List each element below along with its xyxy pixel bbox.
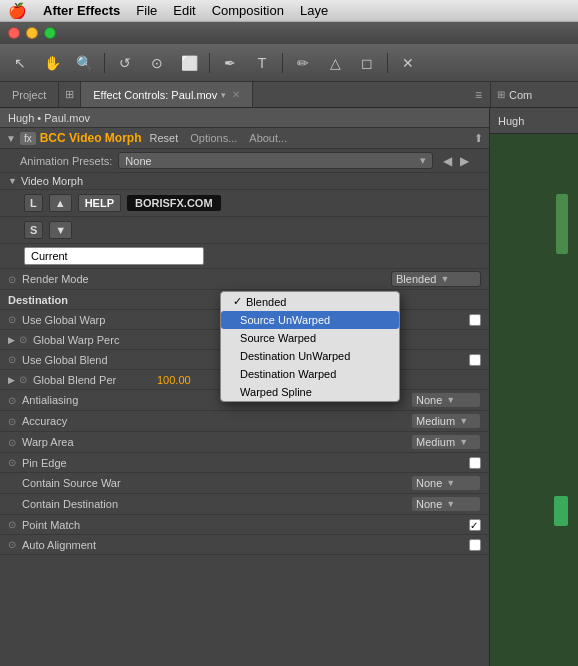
contain-dest-row: Contain Destination None ▼ [0, 494, 489, 515]
accuracy-dropdown[interactable]: Medium ▼ [411, 413, 481, 429]
use-global-blend-clock: ⊙ [8, 354, 18, 365]
menu-layer[interactable]: Laye [300, 3, 328, 18]
selection-tool[interactable]: ↖ [6, 50, 34, 76]
boris-S-btn[interactable]: S [24, 221, 43, 239]
right-panel-header: Hugh [498, 115, 524, 127]
antialiasing-arrow: ▼ [446, 395, 455, 405]
current-input[interactable] [24, 247, 204, 265]
content-area: Hugh • Paul.mov ▼ fx BCC Video Morph Res… [0, 108, 578, 666]
menu-after-effects[interactable]: After Effects [43, 3, 120, 18]
warp-area-dropdown[interactable]: Medium ▼ [411, 434, 481, 450]
text-tool[interactable]: T [248, 50, 276, 76]
tab-bar: Project ⊞ Effect Controls: Paul.mov ▾ ✕ … [0, 82, 578, 108]
close-button[interactable] [8, 27, 20, 39]
use-global-warp-checkbox[interactable] [469, 314, 481, 326]
reset-button[interactable]: Reset [145, 131, 182, 145]
eraser-tool[interactable]: ◻ [353, 50, 381, 76]
dropdown-item-source-unwarped[interactable]: Source UnWarped [221, 311, 399, 329]
tab-close-button[interactable]: ✕ [232, 89, 240, 100]
menu-edit[interactable]: Edit [173, 3, 195, 18]
contain-source-row: Contain Source War None ▼ [0, 473, 489, 494]
toolbar-separator-3 [282, 53, 283, 73]
rotate-tool[interactable]: ↺ [111, 50, 139, 76]
fx-badge: fx [20, 132, 36, 145]
pen-tool[interactable]: ✒ [216, 50, 244, 76]
dropdown-item-warped-spline[interactable]: Warped Spline [221, 383, 399, 401]
accuracy-label: Accuracy [22, 415, 142, 427]
boris-up-btn[interactable]: ▲ [49, 194, 72, 212]
contain-dest-dropdown[interactable]: None ▼ [411, 496, 481, 512]
use-global-warp-label: Use Global Warp [22, 314, 142, 326]
dropdown-item-dest-unwarped[interactable]: Destination UnWarped [221, 347, 399, 365]
current-row [0, 244, 489, 269]
section-triangle: ▼ [8, 176, 17, 186]
right-panel: Hugh [490, 108, 578, 666]
global-warp-expand[interactable]: ▶ [8, 335, 15, 345]
presets-dropdown[interactable]: None ▾ [118, 152, 433, 169]
right-panel-icon: ⊞ [497, 89, 505, 100]
right-tab-area: ⊞ Com [490, 82, 578, 107]
dropdown-item-source-warped[interactable]: Source Warped [221, 329, 399, 347]
boris-url[interactable]: BORISFX.COM [127, 195, 221, 211]
accuracy-row: ⊙ Accuracy Medium ▼ [0, 411, 489, 432]
destination-label: Destination [8, 294, 128, 306]
presets-left-arrow[interactable]: ◀ [443, 154, 452, 168]
contain-source-label: Contain Source War [8, 477, 128, 489]
contain-source-dropdown[interactable]: None ▼ [411, 475, 481, 491]
auto-alignment-checkbox[interactable] [469, 539, 481, 551]
global-warp-clock: ⊙ [19, 334, 29, 345]
global-blend-clock: ⊙ [19, 374, 29, 385]
contain-dest-label: Contain Destination [8, 498, 128, 510]
pin-edge-clock: ⊙ [8, 457, 18, 468]
render-mode-dropdown[interactable]: Blended ▼ [391, 271, 481, 287]
section-label: Video Morph [21, 175, 83, 187]
video-morph-section[interactable]: ▼ Video Morph [0, 173, 489, 190]
right-content-strip [556, 194, 568, 254]
tab-dropdown-icon[interactable]: ▾ [221, 90, 226, 100]
apple-menu[interactable]: 🍎 [8, 2, 27, 20]
clone-tool[interactable]: △ [321, 50, 349, 76]
tab-effect-controls[interactable]: Effect Controls: Paul.mov ▾ ✕ [81, 82, 253, 107]
antialiasing-label: Antialiasing [22, 394, 142, 406]
minimize-button[interactable] [26, 27, 38, 39]
menu-composition[interactable]: Composition [212, 3, 284, 18]
boris-L-btn[interactable]: L [24, 194, 43, 212]
boris-down-btn[interactable]: ▼ [49, 221, 72, 239]
presets-dropdown-arrow: ▾ [420, 154, 426, 167]
dropdown-item-blended[interactable]: ✓ Blended [221, 292, 399, 311]
dropdown-item-dest-warped[interactable]: Destination Warped [221, 365, 399, 383]
auto-alignment-row: ⊙ Auto Alignment [0, 535, 489, 555]
point-match-clock: ⊙ [8, 519, 18, 530]
tab-icon-1[interactable]: ⊞ [59, 82, 81, 107]
render-mode-popup: ✓ Blended Source UnWarped Source Warped [220, 291, 400, 402]
global-blend-expand[interactable]: ▶ [8, 375, 15, 385]
toolbar: ↖ ✋ 🔍 ↺ ⊙ ⬜ ✒ T ✏ △ ◻ ✕ [0, 44, 578, 82]
shape-tool[interactable]: ⬜ [175, 50, 203, 76]
collapse-triangle[interactable]: ▼ [6, 133, 16, 144]
presets-label: Animation Presets: [20, 155, 112, 167]
presets-right-arrow[interactable]: ▶ [460, 154, 469, 168]
menu-file[interactable]: File [136, 3, 157, 18]
pin-edge-checkbox[interactable] [469, 457, 481, 469]
presets-row: Animation Presets: None ▾ ◀ ▶ [0, 149, 489, 173]
tab-menu-icon[interactable]: ≡ [475, 88, 482, 102]
auto-alignment-label: Auto Alignment [22, 539, 142, 551]
zoom-tool[interactable]: 🔍 [70, 50, 98, 76]
puppet-tool[interactable]: ✕ [394, 50, 422, 76]
options-button[interactable]: Options... [186, 131, 241, 145]
render-mode-label: Render Mode [22, 273, 142, 285]
pin-edge-row: ⊙ Pin Edge [0, 453, 489, 473]
plugin-header: ▼ fx BCC Video Morph Reset Options... Ab… [0, 128, 489, 149]
maximize-button[interactable] [44, 27, 56, 39]
expand-icon[interactable]: ⬆ [474, 132, 483, 145]
help-button[interactable]: HELP [78, 194, 121, 212]
antialiasing-dropdown[interactable]: None ▼ [411, 392, 481, 408]
about-button[interactable]: About... [245, 131, 291, 145]
hand-tool[interactable]: ✋ [38, 50, 66, 76]
brush-tool[interactable]: ✏ [289, 50, 317, 76]
tab-project[interactable]: Project [0, 82, 59, 107]
camera-tool[interactable]: ⊙ [143, 50, 171, 76]
warp-area-clock: ⊙ [8, 437, 18, 448]
point-match-checkbox[interactable] [469, 519, 481, 531]
use-global-blend-checkbox[interactable] [469, 354, 481, 366]
